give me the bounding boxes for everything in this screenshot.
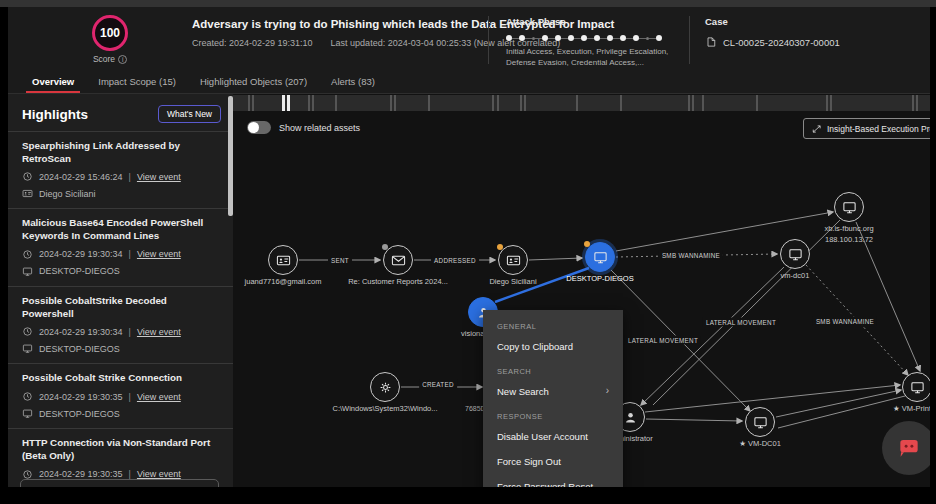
view-event-link[interactable]: View event [137, 172, 181, 182]
event-timestamp: 2024-02-29 19:30:34 [39, 249, 123, 259]
whats-new-button[interactable]: What's New [158, 105, 221, 123]
vm-dc01-server-node[interactable] [745, 407, 775, 437]
highlight-item: Spearphishing Link Addressed by RetroSca… [8, 131, 233, 208]
case-section: Case CL-00025-20240307-00001 [705, 16, 840, 48]
email-message-node[interactable] [383, 245, 413, 275]
contact-card-icon [22, 188, 33, 199]
highlight-item: Possible CobaltStrike Decoded Powershell… [8, 286, 233, 363]
tab-overview[interactable]: Overview [20, 76, 86, 93]
asset-name: DESKTOP-DIEGOS [39, 344, 120, 354]
menu-section-search: SEARCH [483, 359, 623, 379]
user-icon [623, 410, 638, 425]
vm-printserver-node[interactable] [902, 372, 930, 402]
desktop-diegos-node[interactable] [585, 242, 615, 272]
case-id-link[interactable]: CL-00025-20240307-00001 [723, 37, 840, 48]
monitor-icon [22, 408, 33, 419]
clock-icon [22, 391, 33, 402]
edge-label: LATERAL MOVEMENT [703, 318, 779, 327]
event-timestamp: 2024-02-29 15:46:24 [39, 172, 123, 182]
case-label: Case [705, 16, 840, 27]
attack-phase-dots [506, 35, 688, 41]
view-event-link[interactable]: View event [137, 249, 181, 259]
created-timestamp: Created: 2024-02-29 19:31:10 [192, 38, 313, 48]
event-timestamp: 2024-02-29 19:30:35 [39, 392, 123, 402]
window-top-strip [0, 0, 936, 7]
force-sign-out-menu-item[interactable]: Force Sign Out [483, 449, 623, 474]
monitor-icon [910, 380, 925, 395]
vm-dc01-host-node[interactable] [780, 239, 810, 269]
context-menu: GENERALCopy to ClipboardSEARCHNew Search… [483, 310, 623, 487]
highlight-title: Possible Cobalt Strike Connection [22, 372, 217, 385]
chevron-right-icon: › [606, 386, 609, 397]
highlight-title: HTTP Connection via Non-Standard Port (B… [22, 437, 217, 462]
execution-graph-pane: Show related assets Insight-Based Execut… [233, 94, 930, 487]
asset-name: DESKTOP-DIEGOS [39, 409, 120, 419]
status-dot [382, 244, 388, 250]
highlight-title: Possible CobaltStrike Decoded Powershell [22, 295, 217, 320]
next-card-partial [20, 479, 219, 487]
gear-icon [378, 380, 393, 395]
clock-icon [22, 326, 33, 337]
app-window: 100 Score i Adversary is trying to do Ph… [8, 7, 930, 487]
monitor-icon [22, 266, 33, 277]
highlights-sidebar: Highlights What's New Spearphishing Link… [8, 94, 233, 487]
email-icon [391, 253, 406, 268]
view-event-link[interactable]: View event [137, 392, 181, 402]
feedback-chat-button[interactable] [882, 421, 930, 475]
menu-section-response: RESPONSE [483, 404, 623, 424]
tab-highlighted-objects-207[interactable]: Highlighted Objects (207) [188, 76, 319, 93]
edge-label: SMB WANNAMINE [659, 251, 723, 260]
contact-card-icon [276, 253, 291, 268]
force-password-reset-menu-item[interactable]: Force Password Reset [483, 474, 623, 487]
edge-label: ADDRESSED [431, 256, 479, 265]
score-label: Score [93, 54, 115, 64]
view-event-link[interactable]: View event [137, 469, 181, 479]
disable-user-account-menu-item[interactable]: Disable User Account [483, 424, 623, 449]
risk-score-value: 100 [92, 15, 128, 51]
highlight-item: Malicious Base64 Encoded PowerShell Keyw… [8, 208, 233, 285]
clock-icon [22, 469, 33, 480]
edge-label: SENT [328, 256, 352, 265]
tab-bar: OverviewImpact Scope (15)Highlighted Obj… [8, 74, 930, 94]
monitor-icon [753, 415, 768, 430]
attack-phase-label: Attack Phase [506, 16, 688, 27]
copy-to-clipboard-menu-item[interactable]: Copy to Clipboard [483, 334, 623, 359]
event-timestamp: 2024-02-29 19:30:34 [39, 327, 123, 337]
menu-section-general: GENERAL [483, 314, 623, 334]
edge-label: CREATED [419, 380, 457, 389]
divider [488, 16, 489, 64]
monitor-icon [593, 250, 608, 265]
contact-card-icon [506, 253, 521, 268]
status-dot [584, 241, 590, 247]
attack-phase-section: Attack Phase Initial Access, Execution, … [506, 16, 688, 69]
asset-name: Diego Siciliani [39, 189, 96, 199]
monitor-icon [22, 343, 33, 354]
monitor-icon [788, 247, 803, 262]
chat-icon [896, 435, 922, 461]
view-event-link[interactable]: View event [137, 327, 181, 337]
edge-label: LATERAL MOVEMENT [625, 336, 701, 345]
sender-email-node[interactable] [268, 245, 298, 275]
highlight-title: Spearphishing Link Addressed by RetroSca… [22, 140, 217, 165]
tab-alerts-83[interactable]: Alerts (83) [319, 76, 387, 93]
event-timestamp: 2024-02-29 19:30:35 [39, 469, 123, 479]
new-search-menu-item[interactable]: New Search› [483, 379, 623, 404]
clock-icon [22, 249, 33, 260]
info-icon[interactable]: i [118, 55, 127, 64]
process-node[interactable] [370, 372, 400, 402]
tab-impact-scope-15[interactable]: Impact Scope (15) [86, 76, 188, 93]
highlight-title: Malicious Base64 Encoded PowerShell Keyw… [22, 217, 217, 242]
edge-label: SMB WANNAMINE [813, 317, 877, 326]
external-host-node[interactable] [834, 192, 864, 222]
phase-dot [656, 35, 662, 41]
status-dot [497, 244, 503, 250]
monitor-icon [842, 200, 857, 215]
case-file-icon [705, 36, 717, 48]
highlight-item: Possible Cobalt Strike Connection2024-02… [8, 363, 233, 428]
attack-phase-list: Initial Access, Execution, Privilege Esc… [506, 47, 688, 69]
asset-name: DESKTOP-DIEGOS [39, 266, 120, 276]
divider [689, 16, 690, 64]
email-account-node[interactable] [498, 245, 528, 275]
clock-icon [22, 171, 33, 182]
alert-header: 100 Score i Adversary is trying to do Ph… [8, 7, 930, 74]
